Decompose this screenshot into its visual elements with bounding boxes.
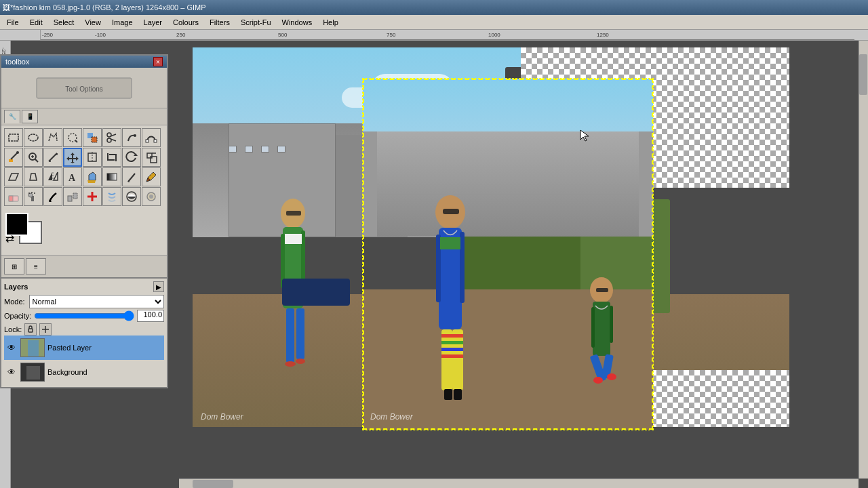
- menu-image[interactable]: Image: [106, 17, 138, 28]
- text-tool[interactable]: A: [63, 167, 82, 186]
- layer-row-background[interactable]: 👁 Background: [4, 360, 164, 384]
- scissors-select-tool[interactable]: [102, 128, 121, 147]
- select-by-color-tool[interactable]: [83, 128, 102, 147]
- crop-tool[interactable]: [102, 148, 121, 167]
- eraser-tool[interactable]: [4, 187, 23, 206]
- perspective-tool[interactable]: [24, 167, 43, 186]
- measure-tool[interactable]: [43, 148, 62, 167]
- layers-panel: Layers ▶ Mode: Normal Multiply Screen Op…: [1, 277, 167, 387]
- lock-label: Lock:: [4, 325, 22, 333]
- svg-text:A: A: [68, 173, 76, 183]
- color-swatches: ⇄: [5, 213, 53, 251]
- ellipse-select-tool[interactable]: [24, 128, 43, 147]
- ruler-ticks-svg: [41, 30, 868, 41]
- clone-tool[interactable]: [63, 187, 82, 206]
- color-picker-tool[interactable]: [4, 148, 23, 167]
- menu-view[interactable]: View: [79, 17, 106, 28]
- scale-tool[interactable]: [142, 148, 161, 167]
- svg-rect-106: [591, 307, 595, 348]
- svg-point-47: [49, 201, 52, 202]
- shear-tool[interactable]: [4, 167, 23, 186]
- main-layout: -250 0 250 500 toolbox × Tool Options 🔧 …: [0, 41, 868, 488]
- horizontal-scrollbar[interactable]: [179, 479, 859, 488]
- svg-rect-30: [147, 153, 152, 158]
- svg-rect-92: [441, 334, 452, 338]
- toolbox-tab-tools[interactable]: 🔧: [4, 110, 20, 123]
- layer-visibility-pasted[interactable]: 👁: [5, 342, 18, 354]
- toolbox-tab-1[interactable]: ⊞: [4, 258, 24, 274]
- blend-tool[interactable]: [102, 167, 121, 186]
- free-select-tool[interactable]: [43, 128, 62, 147]
- svg-rect-105: [593, 302, 610, 356]
- svg-rect-99: [452, 348, 463, 351]
- svg-marker-26: [66, 152, 79, 163]
- lock-row: Lock:: [4, 323, 164, 336]
- layer-visibility-background[interactable]: 👁: [5, 366, 18, 378]
- svg-rect-101: [444, 389, 452, 400]
- window-title: *fashion kim 058.jpg-1.0 (RGB, 2 layers)…: [10, 3, 206, 12]
- menu-select[interactable]: Select: [48, 17, 80, 28]
- bucket-fill-tool[interactable]: [83, 167, 102, 186]
- svg-rect-48: [68, 196, 72, 201]
- woman-crouching: [564, 266, 639, 402]
- toolbox-tab-2[interactable]: ≡: [26, 258, 46, 274]
- swap-colors-icon[interactable]: ⇄: [5, 232, 14, 245]
- opacity-label: Opacity:: [4, 312, 31, 320]
- layers-controls: ▶: [153, 281, 164, 292]
- svg-rect-103: [443, 209, 459, 214]
- flip-tool[interactable]: [43, 167, 62, 186]
- rotate-tool[interactable]: [122, 148, 141, 167]
- woman-blue-main: [406, 175, 494, 412]
- svg-rect-88: [436, 235, 441, 302]
- v-scrollbar-thumb[interactable]: [859, 54, 867, 95]
- align-tool[interactable]: [83, 148, 102, 167]
- menu-edit[interactable]: Edit: [24, 17, 48, 28]
- menu-windows[interactable]: Windows: [277, 17, 318, 28]
- layers-header: Layers ▶: [4, 281, 164, 292]
- menu-scriptfu[interactable]: Script-Fu: [235, 17, 277, 28]
- svg-rect-102: [454, 389, 462, 400]
- svg-rect-16: [9, 159, 13, 162]
- foreground-select-tool[interactable]: [122, 128, 141, 147]
- heal-tool[interactable]: [83, 187, 102, 206]
- toolbox-tab-device[interactable]: 📱: [22, 110, 38, 123]
- fuzzy-select-tool[interactable]: [63, 128, 82, 147]
- convolve-tool[interactable]: [142, 187, 161, 206]
- dodge-burn-tool[interactable]: [122, 187, 141, 206]
- toolbox-panel: toolbox × Tool Options 🔧 📱: [0, 54, 168, 388]
- airbrush-tool[interactable]: [24, 187, 43, 206]
- toolbox-close-button[interactable]: ×: [153, 57, 163, 66]
- svg-rect-93: [441, 341, 452, 344]
- rect-select-tool[interactable]: [4, 128, 23, 147]
- lock-position-button[interactable]: [39, 323, 52, 336]
- svg-point-46: [34, 192, 35, 194]
- toolbox-tabs: 🔧 📱: [1, 108, 167, 125]
- h-scrollbar-thumb[interactable]: [193, 480, 233, 488]
- paintbrush-tool[interactable]: [142, 167, 161, 186]
- menu-layer[interactable]: Layer: [138, 17, 168, 28]
- svg-point-54: [149, 195, 153, 199]
- ink-tool[interactable]: [43, 187, 62, 206]
- menu-help[interactable]: Help: [317, 17, 344, 28]
- svg-point-70: [296, 359, 305, 364]
- layer-thumbnail-background: [20, 363, 45, 382]
- svg-line-38: [128, 174, 135, 182]
- svg-rect-55: [28, 329, 33, 332]
- menu-colours[interactable]: Colours: [167, 17, 204, 28]
- smudge-tool[interactable]: [102, 187, 121, 206]
- svg-rect-95: [441, 354, 452, 358]
- menu-filters[interactable]: Filters: [204, 17, 235, 28]
- layers-menu-button[interactable]: ▶: [153, 281, 164, 292]
- paths-tool[interactable]: [142, 128, 161, 147]
- zoom-tool[interactable]: [24, 148, 43, 167]
- opacity-slider[interactable]: [34, 312, 134, 320]
- move-tool[interactable]: [63, 148, 82, 167]
- pencil-tool[interactable]: [122, 167, 141, 186]
- opacity-value[interactable]: 100.0: [137, 310, 164, 322]
- menu-file[interactable]: File: [1, 17, 24, 28]
- layer-mode-select[interactable]: Normal Multiply Screen: [29, 295, 164, 308]
- svg-point-69: [285, 361, 296, 367]
- lock-pixels-button[interactable]: [24, 323, 37, 336]
- layer-row-pasted[interactable]: 👁 Pasted Layer: [4, 336, 164, 360]
- vertical-scrollbar[interactable]: [859, 41, 868, 479]
